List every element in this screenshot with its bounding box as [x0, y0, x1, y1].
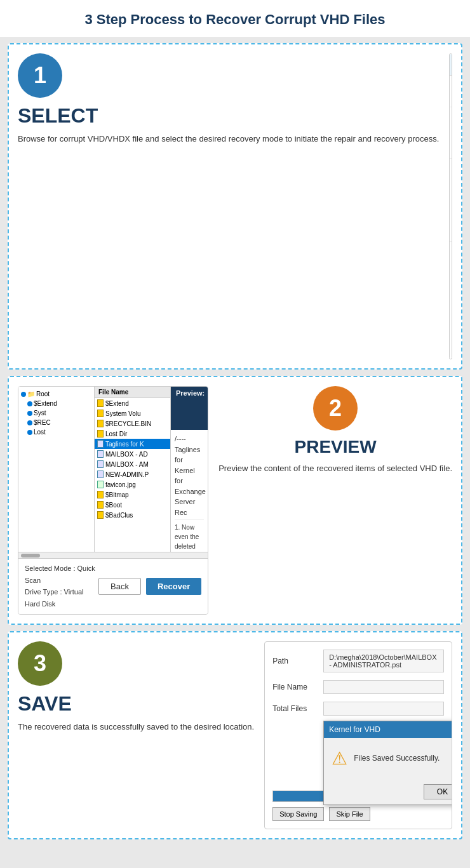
file-hint: Please select VHD / VHDX file.: [450, 107, 452, 159]
file-label-newadmin: NEW-ADMIN.P: [105, 471, 149, 478]
skip-file-button[interactable]: Skip File: [329, 807, 370, 821]
folder-icon-extend: [97, 399, 104, 407]
tree-item-extend[interactable]: $Extend: [18, 399, 94, 408]
file-pane: File Name $Extend System Volu $RECYCLE.B…: [95, 387, 171, 552]
step1-panel-header: VHD/VHDX: [450, 54, 452, 76]
tree-syst-label: Syst: [34, 410, 46, 417]
step1-section: 1 SELECT Browse for corrupt VHD/VHDX fil…: [8, 43, 462, 370]
tree-pane: 📁 Root $Extend Syst: [18, 387, 95, 552]
status-drive-row: Drive Type : Virtual Hard Disk: [25, 586, 98, 610]
step3-title: SAVE: [18, 692, 72, 716]
tree-item-rec[interactable]: $REC: [18, 418, 94, 427]
filename-value: [323, 680, 444, 694]
dialog-box: Kernel for VHD ✕ ⚠ Files Saved Successfu…: [323, 721, 452, 805]
step1-title: SELECT: [18, 104, 98, 128]
step2-left: 2 PREVIEW Preview the content of the rec…: [218, 386, 452, 475]
step2-panel: 📁 Root $Extend Syst: [18, 386, 208, 615]
total-files-value: [323, 702, 444, 716]
file-item-extend[interactable]: $Extend: [95, 398, 170, 408]
file-item-bitmap[interactable]: $Bitmap: [95, 490, 170, 500]
status-mode-row: Selected Mode : Quick Scan: [25, 563, 98, 586]
file-item-newadmin[interactable]: NEW-ADMIN.P: [95, 469, 170, 479]
tree-folder-icon: 📁: [27, 391, 35, 397]
step2-description: Preview the content of the recovered ite…: [218, 462, 452, 475]
page-title: 3 Step Process to Recover Corrupt VHD Fi…: [0, 0, 470, 37]
status-bar: Selected Mode : Quick Scan Drive Type : …: [18, 558, 208, 614]
filename-field-row: File Name: [272, 680, 444, 694]
step1-description: Browse for corrupt VHD/VHDX file and sel…: [18, 133, 439, 145]
tree-item-lost[interactable]: Lost: [18, 427, 94, 437]
step3-circle: 3: [18, 641, 62, 686]
preview-content-title: /----Taglines for Kernel for Exchange Se…: [175, 434, 204, 520]
dialog-title-bar: Kernel for VHD ✕: [324, 721, 452, 738]
step2-section: 📁 Root $Extend Syst: [8, 376, 462, 625]
doc-icon-mailbox-am: [97, 460, 104, 468]
folder-icon-sysvol: [97, 410, 104, 417]
file-pane-header: File Name: [95, 387, 170, 398]
preview-content-pane: Preview: \Taglines for Kernel for Exchan…: [171, 387, 208, 552]
tree-rec-label: $REC: [34, 419, 51, 426]
tree-item-root[interactable]: 📁 Root: [18, 389, 94, 399]
scroll-thumb[interactable]: [21, 554, 40, 558]
file-item-lostdir[interactable]: Lost Dir: [95, 429, 170, 439]
file-item-sysvol[interactable]: System Volu: [95, 408, 170, 418]
file-label-lostdir: Lost Dir: [105, 431, 127, 437]
tree-root-label: Root: [36, 391, 50, 397]
folder-icon-bitmap: [97, 491, 104, 498]
total-files-row: Total Files: [272, 702, 444, 716]
step3-left: 3 SAVE The recovered data is successfull…: [18, 641, 254, 733]
file-label-extend: $Extend: [105, 400, 129, 407]
stop-saving-button[interactable]: Stop Saving: [272, 807, 324, 821]
file-label-boot: $Boot: [105, 502, 122, 509]
back-button[interactable]: Back: [98, 578, 141, 595]
preview-header-label: Preview:: [176, 389, 205, 427]
img-icon-favicon: [97, 481, 104, 488]
step2-title: PREVIEW: [295, 437, 377, 457]
step1-left: 1 SELECT Browse for corrupt VHD/VHDX fil…: [18, 53, 439, 145]
filename-label: File Name: [272, 683, 317, 691]
tree-lost-label: Lost: [34, 429, 46, 436]
dialog-footer: OK: [324, 779, 452, 805]
path-field-row: Path D:\megha\2018\October\MAILBOX - ADM…: [272, 650, 444, 672]
step3-description: The recovered data is successfully saved…: [18, 721, 254, 733]
step2-circle: 2: [313, 386, 358, 431]
action-buttons: Back Recover: [98, 578, 201, 595]
dialog-body: ⚠ Files Saved Successfully.: [324, 738, 452, 779]
file-item-mailbox-ad[interactable]: MAILBOX - AD: [95, 449, 170, 459]
folder-icon-recycle: [97, 420, 104, 427]
file-select-row: Select: [450, 76, 452, 107]
doc-icon-newadmin: [97, 471, 104, 478]
file-item-badclus[interactable]: $BadClus: [95, 510, 170, 520]
path-label: Path: [272, 657, 317, 665]
preview-panel: 📁 Root $Extend Syst: [18, 387, 208, 614]
step3-section: 3 SAVE The recovered data is successfull…: [8, 631, 462, 839]
horizontal-scrollbar[interactable]: [18, 552, 208, 558]
dialog-title: Kernel for VHD: [329, 725, 380, 734]
doc-icon-taglines: [97, 440, 104, 448]
file-item-mailbox-am[interactable]: MAILBOX - AM: [95, 459, 170, 469]
recover-button[interactable]: Recover: [146, 578, 201, 595]
file-item-favicon[interactable]: favicon.jpg: [95, 479, 170, 490]
file-item-taglines[interactable]: Taglines for K: [95, 439, 170, 449]
file-label-mailbox-am: MAILBOX - AM: [105, 461, 149, 468]
save-panel: Path D:\megha\2018\October\MAILBOX - ADM…: [265, 642, 452, 829]
step3-panel: Path D:\megha\2018\October\MAILBOX - ADM…: [264, 641, 452, 829]
preview-header-bar: Preview: \Taglines for Kernel for Exchan…: [171, 387, 208, 430]
dialog-message: Files Saved Successfully.: [354, 754, 440, 763]
file-label-mailbox-ad: MAILBOX - AD: [105, 451, 148, 458]
file-item-recycle[interactable]: $RECYCLE.BIN: [95, 418, 170, 429]
file-label-favicon: favicon.jpg: [105, 481, 136, 488]
tree-item-syst[interactable]: Syst: [18, 408, 94, 418]
scan-modes-container: Quick Scan Extensive Scan: [450, 159, 452, 242]
tree-preview-row: 📁 Root $Extend Syst: [18, 387, 208, 552]
preview-line-1: 1. Now even the deleted mailboxes can be…: [175, 523, 204, 552]
file-label-badclus: $BadClus: [105, 512, 133, 519]
scan-mode-description: Select this mode to recover data from mi…: [450, 242, 452, 359]
preview-text-area: /----Taglines for Kernel for Exchange Se…: [171, 430, 208, 552]
file-item-boot[interactable]: $Boot: [95, 500, 170, 510]
status-drive-label: Drive Type: [25, 588, 58, 596]
folder-icon-lostdir: [97, 430, 104, 437]
file-label-sysvol: System Volu: [105, 410, 141, 417]
doc-icon-mailbox-ad: [97, 450, 104, 458]
ok-button[interactable]: OK: [424, 784, 452, 799]
